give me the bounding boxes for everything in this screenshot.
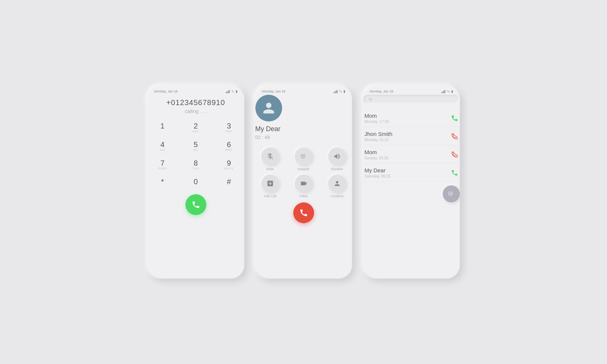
recent-name-mom-1: Mom (365, 113, 389, 119)
recent-info-mom-2: Mom Sunday, 18:30 (365, 149, 388, 160)
end-call-button[interactable] (293, 202, 314, 223)
phone-dialer: Monday, Jan 18 ∿ ▮ +012345678910 calling… (148, 85, 244, 279)
contacts-icon (333, 180, 341, 187)
recent-time-mom-1: Monday, 17:30 (365, 120, 389, 124)
recent-name-jhon: Jhon Smith (365, 131, 393, 137)
video-button[interactable]: Video (289, 175, 319, 198)
recents-content: Mom Monday, 17:30 Jhon Smith Monday, 01:… (363, 95, 460, 202)
phones-container: Monday, Jan 18 ∿ ▮ +012345678910 calling… (148, 85, 460, 279)
mute-icon (267, 153, 274, 160)
add-call-circle (261, 175, 279, 192)
calling-status: calling . . . (148, 108, 244, 114)
recent-time-mydear: Saturday, 06:25 (365, 174, 391, 178)
status-bar-3: Monday, Jan 18 ∿ ▮ (363, 85, 460, 95)
recent-info-mom-1: Mom Monday, 17:30 (365, 113, 389, 124)
call-button[interactable] (185, 194, 206, 215)
mute-label: Mute (266, 167, 274, 171)
wifi-icon-3: ∿ (447, 89, 450, 93)
recent-name-mom-2: Mom (365, 149, 388, 155)
add-call-label: Add Call (264, 194, 276, 198)
search-bar[interactable] (363, 95, 460, 104)
phone-icon (191, 200, 200, 209)
key-star[interactable]: * (148, 176, 178, 191)
battery-icon: ▮ (236, 90, 238, 93)
call-missed-icon-1 (451, 133, 458, 140)
call-received-icon-1 (451, 114, 458, 122)
key-hash[interactable]: # (214, 176, 244, 191)
call-received-icon-2 (451, 169, 458, 176)
end-call-icon (299, 208, 308, 217)
contacts-circle (328, 175, 346, 192)
signal-icon-2 (333, 90, 338, 93)
recent-info-mydear: My Dear Saturday, 06:25 (365, 167, 391, 178)
keypad-button[interactable]: Keypad (289, 147, 319, 171)
person-icon (262, 101, 275, 115)
keypad-fab-area (363, 185, 460, 202)
signal-icon-3 (441, 90, 445, 93)
call-duration: 02 : 48 (255, 134, 352, 140)
phone-missed-icon (451, 133, 458, 140)
speaker-button[interactable]: Speaker (322, 147, 352, 171)
dialer-content: +012345678910 calling . . . 1 2ABC 3DEF … (148, 95, 244, 215)
date-label-2: Monday, Jan 18 (262, 90, 285, 93)
svg-line-0 (452, 134, 457, 137)
phone-recents: Monday, Jan 18 ∿ ▮ (363, 85, 460, 279)
recent-item-mom-2[interactable]: Mom Sunday, 18:30 (363, 146, 460, 163)
recent-name-mydear: My Dear (365, 167, 391, 173)
status-icons-3: ∿ ▮ (441, 89, 453, 93)
key-5[interactable]: 5JKL (181, 139, 211, 154)
key-7[interactable]: 7PQRS (148, 157, 178, 173)
keypad-label: Keypad (298, 167, 309, 171)
recent-item-mydear[interactable]: My Dear Saturday, 06:25 (363, 164, 460, 182)
battery-icon-3: ▮ (451, 90, 453, 93)
caller-avatar (255, 95, 282, 121)
speaker-icon (333, 153, 341, 160)
search-icon (368, 97, 373, 102)
date-label-1: Monday, Jan 18 (154, 90, 178, 93)
recent-item-jhon[interactable]: Jhon Smith Monday, 01:23 (363, 128, 460, 145)
key-4[interactable]: 4GHI (148, 139, 178, 154)
key-9[interactable]: 9WXYZ (214, 157, 244, 173)
wifi-icon: ∿ (231, 89, 234, 93)
phone-incall: Monday, Jan 18 ∿ ▮ My Dear 02 : 48 (255, 85, 352, 279)
speaker-label: Speaker (331, 167, 343, 171)
add-call-icon (267, 180, 274, 187)
contacts-label: Contacts (330, 194, 344, 198)
incall-content: My Dear 02 : 48 Mute (255, 95, 352, 223)
key-0[interactable]: 0 (181, 176, 211, 191)
wifi-icon-2: ∿ (339, 89, 342, 93)
recent-time-mom-2: Sunday, 18:30 (365, 156, 388, 160)
video-label: Video (299, 194, 308, 198)
open-keypad-button[interactable] (443, 185, 460, 202)
keypad-grid: 1 2ABC 3DEF 4GHI 5JKL 6MNO 7PQRS 8TUV 9W… (148, 120, 244, 191)
recent-item-mom-1[interactable]: Mom Monday, 17:30 (363, 110, 460, 127)
battery-icon-2: ▮ (343, 90, 345, 93)
call-button-area (148, 194, 244, 215)
contacts-button[interactable]: Contacts (322, 175, 352, 198)
key-8[interactable]: 8TUV (181, 157, 211, 173)
end-call-area (255, 202, 352, 223)
status-bar-2: Monday, Jan 18 ∿ ▮ (255, 85, 352, 95)
phone-received-icon-2 (451, 169, 458, 176)
dots-grid-icon (448, 190, 455, 198)
phone-received-icon (451, 114, 458, 122)
recent-list: Mom Monday, 17:30 Jhon Smith Monday, 01:… (363, 110, 460, 182)
key-1[interactable]: 1 (148, 120, 178, 136)
key-6[interactable]: 6MNO (214, 139, 244, 154)
speaker-circle (328, 147, 346, 165)
status-icons-1: ∿ ▮ (226, 89, 238, 93)
signal-icon (226, 90, 230, 93)
svg-line-1 (452, 152, 457, 155)
mute-button[interactable]: Mute (255, 147, 285, 171)
status-bar-1: Monday, Jan 18 ∿ ▮ (148, 85, 244, 95)
status-icons-2: ∿ ▮ (333, 89, 345, 93)
keypad-icon (300, 153, 307, 160)
key-2[interactable]: 2ABC (181, 120, 211, 136)
video-icon (300, 180, 307, 187)
add-call-button[interactable]: Add Call (255, 175, 285, 198)
video-circle (295, 175, 313, 192)
date-label-3: Monday, Jan 18 (370, 90, 393, 93)
keypad-circle (295, 147, 313, 165)
mute-circle (261, 147, 279, 165)
key-3[interactable]: 3DEF (214, 120, 244, 136)
